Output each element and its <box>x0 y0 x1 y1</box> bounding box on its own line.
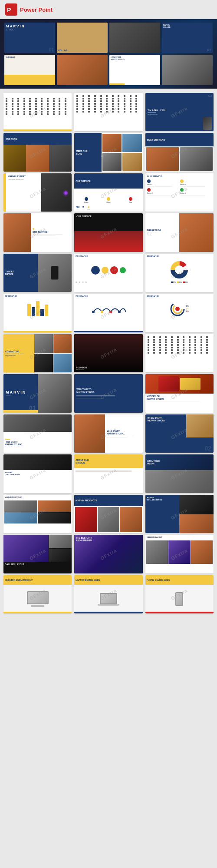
break-num: 02 <box>147 232 178 236</box>
mission-line-3 <box>76 473 115 473</box>
contact-left: CONTACT US info@marvin.com <box>3 334 34 372</box>
welcome-line-1 <box>76 395 115 396</box>
team-photos <box>3 145 72 172</box>
slide-inner-25: HOW STARTMARVIN STUDIO. <box>3 414 72 453</box>
collab-top <box>3 454 72 470</box>
icon-dots-1 <box>5 97 70 116</box>
icon-dots-2 <box>76 94 141 113</box>
infographic-circles <box>76 259 141 281</box>
contact-right <box>34 334 72 372</box>
welcome-line-3 <box>76 398 102 398</box>
service-icon-3 <box>129 197 132 201</box>
target-left: TARGETDEVICE <box>3 254 38 292</box>
mission-line-2 <box>76 471 132 472</box>
desktop-shape <box>27 591 49 604</box>
slide-service-photo: GFxtra OUR SERVICE <box>3 213 72 252</box>
service-item-3: Print <box>120 190 141 210</box>
phone-img <box>203 117 212 130</box>
slide-inner-13: TARGETDEVICE <box>3 254 72 292</box>
slide-row-8: GFxtra MARVIN STUDIO 01 GFxtra WELCOME T… <box>3 374 214 412</box>
slide-mission: GFxtra ABOUT OURMISSION <box>74 454 142 493</box>
welcome-title: WELCOME TOMARVIN STUDIO. <box>76 388 140 393</box>
laptop-device-content <box>74 585 142 613</box>
slide-marvin-title: GFxtra MARVIN STUDIO 01 <box>3 374 72 412</box>
app-header: P Power Point <box>0 0 217 19</box>
service-text-3: Print <box>129 202 132 203</box>
slide-inner-34: Gallery layout. <box>3 535 72 573</box>
hero-slide-2: COLLAB <box>57 23 108 53</box>
hero-slide-8 <box>162 55 213 85</box>
portfolio-img-1 <box>4 500 37 512</box>
slide-inner-31: MARVIN PORTFOLIO <box>3 495 72 533</box>
hero-slide-5: OUR YEAR <box>4 55 55 85</box>
slide-inner-28: MARVINCOLLABORATION <box>3 454 72 493</box>
slide-inner-22: MARVIN STUDIO 01 <box>3 374 72 412</box>
slide-desktop-device: GFxtra DESKTOP MEDIA MOCKUP <box>3 575 72 613</box>
history-bottom: HISTORY OFMARVIN STUDIO <box>145 394 214 403</box>
svg-point-12 <box>175 307 180 311</box>
slide-icon-grid-2: GFxtra <box>74 93 142 131</box>
meet-title: MEET OURTEAM <box>76 150 100 155</box>
slide-inner-10: OUR SERVICE <box>3 213 72 252</box>
slide-gallery-white: GFxtra GALLERY LAYOUT <box>145 535 214 573</box>
slide-expert: GFxtra MARVIN EXPERT. Lorem ipsum dolor … <box>3 173 72 212</box>
slide-inner-21 <box>145 334 214 372</box>
meet-right <box>102 133 142 171</box>
dark-service-img <box>74 231 142 252</box>
product-img-2 <box>98 507 119 532</box>
target-right <box>38 254 72 292</box>
team-photo-1 <box>3 145 26 172</box>
marvin-yellow-bar <box>3 410 38 413</box>
slide-gallery-dark: GFxtra Gallery layout. <box>3 535 72 573</box>
infographic-circle-3 <box>110 266 118 274</box>
slide-break: GFxtra BREAKSLIDE 02 <box>145 213 214 252</box>
bestArt-title: THE BEST ARTFROM MARVIN. <box>76 537 141 542</box>
slide-best-art: GFxtra THE BEST ARTFROM MARVIN. <box>74 535 142 573</box>
svg-point-9 <box>118 311 121 313</box>
ty-line <box>148 113 156 113</box>
phone-device-content <box>145 585 214 613</box>
history-title: HISTORY OFMARVIN STUDIO <box>147 395 212 400</box>
slide-row-13: GFxtra DESKTOP MEDIA MOCKUP GFxtra <box>3 575 214 613</box>
slide-inner-30: ABOUT OURVISION <box>145 454 214 493</box>
slide-inner-2 <box>74 93 142 131</box>
slide-dark-service: GFxtra OUR SERVICE <box>74 213 142 252</box>
slide-inner-7: MARVIN EXPERT. Lorem ipsum dolor sit ame… <box>3 173 72 212</box>
howstart-top <box>3 414 72 432</box>
slide-inner-15: INFOGRAPHIC 50% 25% 15% <box>145 254 214 292</box>
slide-inner-6: MEET OUR TEAM <box>145 133 214 171</box>
meet-photo-4 <box>122 153 141 171</box>
howstart-title: HOW STARTMARVIN STUDIO. <box>5 441 70 446</box>
meet-photo-3 <box>102 153 122 171</box>
whenstart-img <box>186 414 214 437</box>
infographic-circle-4 <box>120 267 126 273</box>
yellow-accent-bar <box>5 439 10 440</box>
service-text-1: Design <box>84 202 88 203</box>
slide-row-2: GFxtra OUR TEAM GFxtra MEET OURTEAM <box>3 133 214 171</box>
contact-photo-4 <box>53 354 72 373</box>
slide-laptop-device: GFxtra LAPTOP DEVICE SLIDE <box>74 575 142 613</box>
mission-header: ABOUT OURMISSION <box>74 454 142 468</box>
slide-inner-11: OUR SERVICE <box>74 213 142 252</box>
slide-history: GFxtra HISTORY OFMARVIN STUDIO <box>145 374 214 412</box>
welcome-lines <box>76 394 140 399</box>
mcd-img-1 <box>179 495 214 514</box>
slide-service-1: GFxtra OUR SERVICE. Design Motion <box>74 173 142 212</box>
hero-slide-3 <box>109 23 160 53</box>
hero-slide-1: MARVIN STUDIO 01 <box>4 23 55 53</box>
gallery-big-img <box>3 535 49 562</box>
infographic-ring-svg <box>170 301 185 317</box>
icon-dots-3 <box>147 335 212 354</box>
slide-inner-14: INFOGRAPHIC 01 02 03 04 <box>74 254 142 292</box>
contact-photo-2 <box>53 334 72 353</box>
contact-title: CONTACT US <box>5 350 33 353</box>
slide-collab-dark: GFxtra MARVINCOLLABORATION <box>145 495 214 533</box>
slide-meet-team-1: GFxtra MEET OURTEAM <box>74 133 142 171</box>
desktop-device-title: DESKTOP MEDIA MOCKUP <box>5 579 33 581</box>
svg-point-7 <box>101 311 103 313</box>
slide-icon-grid-1: GFxtra // Will be rendered via template <box>3 93 72 131</box>
slide-inner-24: HISTORY OFMARVIN STUDIO <box>145 374 214 412</box>
gallery-sm-img-1 <box>49 535 72 548</box>
mission-title: ABOUT OURMISSION <box>76 459 89 464</box>
meet-photo-1 <box>102 134 122 152</box>
